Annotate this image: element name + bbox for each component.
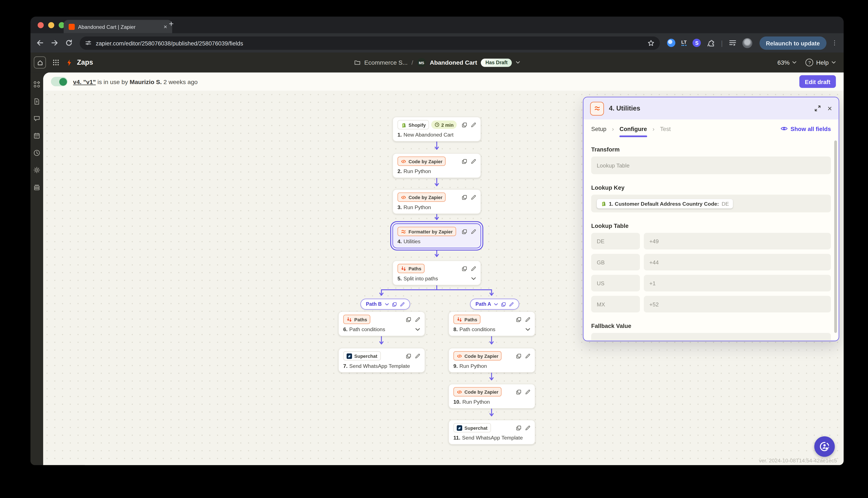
step-node-5[interactable]: Paths 5.Split into paths (393, 261, 481, 286)
site-settings-icon[interactable] (85, 40, 91, 46)
workflow-canvas[interactable]: Shopify 2 min 1.New Abandoned Cart Code … (43, 91, 844, 465)
sidebar-zap-details-icon[interactable] (33, 98, 41, 105)
step-node-9[interactable]: Code by Zapier 9.Run Python (448, 348, 535, 373)
step-node-10[interactable]: Code by Zapier 10.Run Python (448, 384, 535, 409)
close-icon[interactable]: × (827, 105, 832, 112)
tab-configure[interactable]: Configure (620, 125, 647, 132)
edit-icon[interactable] (471, 158, 476, 164)
edit-icon[interactable] (525, 317, 530, 322)
chevron-down-icon[interactable] (494, 303, 498, 305)
sidebar-history-icon[interactable] (33, 149, 41, 157)
edit-icon[interactable] (471, 229, 476, 234)
bookmark-star-icon[interactable] (648, 39, 654, 46)
chevron-down-icon[interactable] (525, 328, 530, 331)
copy-icon[interactable] (462, 122, 467, 127)
lookup-row-key-input[interactable]: MX (591, 296, 640, 313)
lookup-row-value-input[interactable]: +1 (644, 275, 831, 291)
extensions-puzzle-icon[interactable] (707, 39, 715, 47)
copy-icon[interactable] (462, 158, 467, 164)
edit-icon[interactable] (471, 194, 476, 200)
chevron-down-icon[interactable] (415, 328, 420, 331)
copy-icon[interactable] (516, 353, 522, 359)
tab-test[interactable]: Test (660, 125, 671, 132)
mapped-field-token[interactable]: 1. Customer Default Address Country Code… (597, 199, 733, 208)
close-tab-icon[interactable]: × (164, 24, 167, 30)
fallback-value-input[interactable] (591, 333, 831, 341)
step-node-8[interactable]: Paths 8.Path conditions (448, 311, 535, 336)
copy-icon[interactable] (516, 425, 522, 431)
extension-icon-s[interactable]: S (693, 39, 701, 47)
step-node-7[interactable]: Superchat 7.Send WhatsApp Template (338, 348, 425, 373)
relaunch-to-update-button[interactable]: Relaunch to update (759, 36, 827, 50)
support-chat-button[interactable] (814, 436, 835, 457)
lookup-key-input[interactable]: 1. Customer Default Address Country Code… (591, 195, 831, 212)
sidebar-settings-icon[interactable] (33, 167, 41, 174)
lookup-row-key-input[interactable]: US (591, 275, 640, 291)
sidebar-zap-elements-icon[interactable] (33, 81, 41, 88)
zoom-level-control[interactable]: 63% (777, 59, 797, 66)
app-switcher-icon[interactable] (53, 59, 59, 66)
browser-tab[interactable]: Abandoned Cart | Zapier × (64, 20, 172, 33)
forward-icon[interactable] (51, 39, 58, 47)
edit-draft-button[interactable]: Edit draft (799, 75, 836, 88)
expand-icon[interactable] (814, 105, 821, 112)
show-all-fields-button[interactable]: Show all fields (781, 125, 831, 132)
copy-icon[interactable] (501, 302, 506, 306)
reload-icon[interactable] (65, 39, 73, 47)
edit-icon[interactable] (525, 353, 530, 359)
copy-icon[interactable] (516, 389, 522, 394)
lookup-row-value-input[interactable]: +44 (644, 254, 831, 271)
chevron-down-icon[interactable] (471, 277, 476, 280)
extension-icon-blue[interactable] (667, 39, 675, 47)
zap-on-toggle[interactable] (51, 77, 67, 86)
tab-setup[interactable]: Setup (591, 125, 607, 132)
copy-icon[interactable] (462, 229, 467, 234)
copy-icon[interactable] (462, 266, 467, 271)
edit-icon[interactable] (399, 302, 404, 306)
copy-icon[interactable] (392, 302, 397, 306)
chevron-down-icon[interactable] (384, 303, 389, 305)
browser-menu-icon[interactable]: ⋮ (831, 39, 838, 47)
edit-icon[interactable] (414, 353, 420, 359)
step-node-6[interactable]: Paths 6.Path conditions (338, 311, 425, 336)
address-bar[interactable]: zapier.com/editor/258076038/published/25… (80, 36, 660, 50)
lookup-row-key-input[interactable]: DE (591, 233, 640, 249)
chevron-down-icon[interactable] (516, 61, 520, 64)
copy-icon[interactable] (406, 353, 411, 359)
lookup-row-value-input[interactable]: +52 (644, 296, 831, 313)
edit-icon[interactable] (471, 266, 476, 271)
back-icon[interactable] (37, 39, 44, 47)
path-a-pill[interactable]: Path A (470, 299, 519, 310)
lookup-row-key-input[interactable]: GB (591, 254, 640, 271)
reading-list-icon[interactable] (729, 39, 736, 47)
copy-icon[interactable] (516, 317, 522, 322)
lookup-row-value-input[interactable]: +49 (644, 233, 831, 249)
edit-icon[interactable] (525, 389, 530, 394)
browser-profile-avatar[interactable] (742, 38, 752, 48)
edit-icon[interactable] (414, 317, 420, 322)
copy-icon[interactable] (406, 317, 411, 322)
close-window-button[interactable] (38, 22, 44, 28)
help-menu[interactable]: ? Help (806, 59, 836, 66)
edit-icon[interactable] (525, 425, 530, 431)
step-node-3[interactable]: Code by Zapier 3.Run Python (393, 189, 481, 214)
sidebar-schedule-icon[interactable] (33, 132, 41, 139)
edit-icon[interactable] (509, 302, 514, 306)
panel-scrollbar[interactable] (834, 140, 837, 333)
sidebar-notes-icon[interactable] (33, 115, 41, 122)
edit-icon[interactable] (471, 122, 476, 127)
version-link[interactable]: v4. "v1" (73, 78, 96, 85)
zap-name[interactable]: Abandoned Cart (430, 59, 477, 66)
breadcrumb-folder[interactable]: Ecommerce S... (365, 59, 408, 66)
languagetool-icon[interactable]: LT (681, 40, 687, 46)
new-tab-button[interactable]: + (169, 19, 174, 28)
step-node-2[interactable]: Code by Zapier 2.Run Python (393, 153, 481, 178)
path-b-pill[interactable]: Path B (360, 299, 410, 310)
sidebar-versions-icon[interactable] (33, 183, 41, 191)
copy-icon[interactable] (462, 194, 467, 200)
transform-select[interactable]: Lookup Table (591, 156, 831, 174)
home-button[interactable] (34, 56, 46, 68)
step-node-1[interactable]: Shopify 2 min 1.New Abandoned Cart (393, 117, 481, 142)
step-node-4-selected[interactable]: Formatter by Zapier 4.Utilities (393, 223, 481, 248)
step-node-11[interactable]: Superchat 11.Send WhatsApp Template (448, 420, 535, 445)
